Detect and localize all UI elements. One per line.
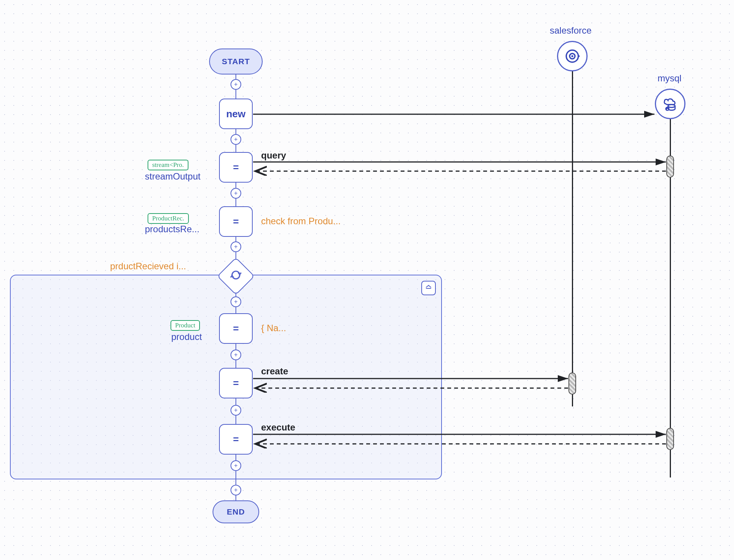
svg-point-10 — [668, 105, 675, 107]
var-stream-output: streamOutput — [145, 171, 200, 182]
eq-label: = — [233, 434, 239, 445]
plus-node[interactable]: + — [231, 241, 241, 252]
check-from-label: check from Produ... — [261, 216, 341, 227]
execute-node[interactable]: = — [219, 424, 253, 455]
products-node[interactable]: = — [219, 206, 253, 237]
type-tag-product: Product — [171, 320, 200, 331]
plus-node[interactable]: + — [231, 134, 241, 145]
plus-node[interactable]: + — [231, 350, 241, 360]
salesforce-icon — [564, 48, 580, 64]
eq-label: = — [233, 162, 239, 173]
salesforce-endpoint[interactable] — [557, 41, 588, 71]
end-label: END — [227, 507, 245, 516]
action-create: create — [261, 366, 288, 377]
product-node[interactable]: = — [219, 313, 253, 344]
plus-node[interactable]: + — [231, 405, 241, 416]
mysql-label: mysql — [658, 73, 682, 84]
salesforce-label: salesforce — [550, 25, 591, 36]
salesforce-lifeline — [572, 71, 573, 406]
plus-node[interactable]: + — [231, 188, 241, 199]
plus-node[interactable]: + — [231, 296, 241, 307]
plus-node[interactable]: + — [231, 79, 241, 90]
plus-node[interactable]: + — [231, 460, 241, 471]
var-products-re: productsRe... — [145, 224, 200, 235]
new-label: new — [226, 108, 246, 120]
start-node[interactable]: START — [209, 49, 263, 74]
mysql-endpoint[interactable]: ✦ — [655, 89, 685, 119]
lifeline-marker — [568, 372, 576, 395]
query-node[interactable]: = — [219, 152, 253, 183]
na-label: { Na... — [261, 323, 286, 333]
eq-label: = — [233, 216, 239, 228]
lifeline-marker — [666, 155, 674, 178]
var-product: product — [171, 332, 202, 342]
eq-label: = — [233, 323, 239, 335]
product-received-label: prductRecieved i... — [110, 261, 186, 272]
plus-node[interactable]: + — [231, 485, 241, 495]
lifeline-marker — [666, 428, 674, 450]
collapse-icon — [425, 284, 432, 292]
svg-point-9 — [571, 55, 573, 57]
eq-label: = — [233, 377, 239, 389]
database-cloud-icon: ✦ — [662, 95, 679, 112]
collapse-button[interactable] — [421, 281, 436, 295]
end-node[interactable]: END — [213, 500, 259, 523]
create-node[interactable]: = — [219, 368, 253, 398]
action-query: query — [261, 150, 286, 161]
loop-icon — [230, 269, 242, 283]
action-execute: execute — [261, 422, 295, 433]
svg-text:✦: ✦ — [666, 108, 669, 111]
new-node[interactable]: new — [219, 99, 253, 129]
start-label: START — [222, 57, 250, 66]
type-tag-stream: stream<Pro. — [148, 160, 188, 170]
diagram-canvas[interactable]: START + new + = stream<Pro. streamOutput… — [0, 0, 734, 560]
type-tag-productrec: ProductRec. — [148, 213, 189, 224]
